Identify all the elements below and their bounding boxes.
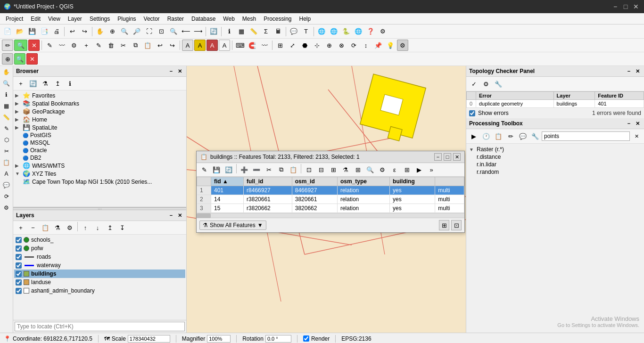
processing-item-rdistance[interactable]: r.distance [476,153,642,161]
attr-maximize-button[interactable]: □ [444,153,451,161]
layer-check-waterway[interactable] [16,262,22,269]
refresh-button[interactable]: 🔄 [208,26,219,37]
layer-options-button[interactable]: ⚙ [64,222,75,233]
maximize-button[interactable]: □ [621,2,630,11]
pan-to-selection-button[interactable]: ⊕ [107,26,118,37]
close-button[interactable]: ✕ [632,2,640,11]
processing-search-clear-button[interactable]: ✕ [631,131,642,142]
label-button[interactable]: 💬 [288,26,299,37]
measure-tool[interactable]: 📏 [1,112,12,122]
actions-button[interactable]: ▶ [413,164,425,175]
menu-layer[interactable]: Layer [64,15,86,23]
browser-collapse-all-button[interactable]: ↥ [52,78,63,89]
column-button[interactable]: ⊞ [401,164,413,175]
processing-help-button[interactable]: 💬 [517,131,528,142]
split[interactable]: ⊗ [336,40,347,51]
add-layer-button[interactable]: + [15,222,26,233]
browser-add-button[interactable]: + [15,78,26,89]
color-picker2[interactable]: A [206,40,218,51]
menu-web[interactable]: Web [219,15,238,23]
save-project-button[interactable]: 💾 [26,26,38,37]
attr-minimize-button[interactable]: − [434,153,442,161]
expand-all-layers-button[interactable]: ↧ [116,222,128,233]
col-building[interactable]: building [390,177,435,186]
deselect-button[interactable]: ⊞ [328,164,339,175]
remove-layer-button[interactable]: − [27,222,39,233]
simplify[interactable]: ⊹ [311,40,322,51]
advanced-digitize[interactable]: ⊞ [274,40,286,51]
save-edits-button[interactable]: 💾 [211,164,222,175]
open-table-button[interactable]: 🌐 [316,26,327,37]
layer-check-roads[interactable] [16,254,22,260]
reshape[interactable]: ⤢ [287,40,298,51]
print-button[interactable]: 🖨 [51,26,62,37]
menu-mesh[interactable]: Mesh [239,15,260,23]
menu-vector[interactable]: Vector [140,15,164,23]
layers-collapse-button[interactable]: − [167,212,175,219]
select-all-button[interactable]: ⊡ [303,164,314,175]
browser-close-button[interactable]: ✕ [176,67,183,75]
calculator-button[interactable]: 🖩 [272,26,284,37]
draw-line[interactable]: 〰 [56,40,67,51]
move-selection-button[interactable]: ⊞ [352,164,363,175]
digitize-toggle[interactable]: ✏ [2,40,13,51]
layer-item-waterway[interactable]: waterway [14,261,185,270]
select-button[interactable]: ▦ [236,26,247,37]
statistical-button[interactable]: Σ [260,26,272,37]
tree-item-home[interactable]: ▶ 🏠 Home [14,115,185,123]
table-row[interactable]: 3 15 r3820662 3820662 relation yes multi [197,204,464,213]
merge[interactable]: ⊕ [323,40,335,51]
menu-plugins[interactable]: Plugins [114,15,140,23]
processing-tree-raster[interactable]: ▼ Raster (r.*) [468,146,642,153]
browser-info-button[interactable]: ℹ [64,78,75,89]
processing-close-button[interactable]: ✕ [634,120,641,127]
settings-tool[interactable]: ⚙ [1,203,12,213]
redo-edit[interactable]: ↪ [166,40,178,51]
edit-mode-button[interactable]: ✎ [198,164,210,175]
plugin-button[interactable]: 🌐 [353,26,364,37]
layer-item-buildings[interactable]: buildings [14,270,185,278]
identify-button[interactable]: ℹ [223,26,235,37]
scale-input[interactable] [128,335,170,343]
cut-feature[interactable]: ✂ [117,40,129,51]
topo-close-button[interactable]: ✕ [634,67,641,75]
zoom-selection-button[interactable]: ⊡ [156,26,167,37]
layer-check-landuse[interactable] [16,279,22,286]
label-tool[interactable]: A [182,40,193,51]
tree-item-geopackage[interactable]: ▶ 📦 GeoPackage [14,107,185,115]
show-all-features-button[interactable]: ⚗ Show All Features ▼ [199,220,266,230]
add-row-button[interactable]: ➕ [239,164,250,175]
processing-item-rinlidar[interactable]: r.in.lidar [476,161,642,168]
filter-button[interactable]: ⚗ [340,164,351,175]
layer-item-landuse[interactable]: landuse [14,278,185,286]
move-up-button[interactable]: ↑ [80,222,91,233]
processing-collapse-button[interactable]: − [625,120,633,127]
map-tips[interactable]: 💡 [385,40,396,51]
tree-item-wms[interactable]: ▶ 🌐 WMS/WMTS [14,162,185,170]
annotation-tool[interactable]: 💬 [1,180,12,190]
form-tool[interactable]: 📋 [1,157,12,168]
paste-row-button[interactable]: 📋 [288,164,299,175]
col-extra[interactable] [435,177,464,186]
pin[interactable]: 📌 [372,40,384,51]
processing-edit-button[interactable]: ✏ [505,131,516,142]
processing-history-button[interactable]: 🕐 [480,131,492,142]
settings2-button[interactable]: ⚙ [377,26,388,37]
tree-item-favorites[interactable]: ▶ ⭐ Favorites [14,91,185,99]
pan-button[interactable]: ✋ [94,26,106,37]
draw-tool[interactable]: ✎ [1,123,12,134]
pan-tool[interactable]: ✋ [1,67,12,77]
layer-check-schools[interactable] [16,237,22,243]
label-tool2[interactable]: A [1,169,12,179]
tree-item-postgis[interactable]: 🔵 PostGIS [14,131,185,139]
color-picker[interactable]: A [194,40,206,51]
redo-button[interactable]: ↪ [79,26,90,37]
undo-button[interactable]: ↩ [66,26,78,37]
errors-button[interactable]: ✕ [28,40,40,51]
tree-item-mssql[interactable]: 🔵 MSSQL [14,139,185,147]
invert-selection-button[interactable]: ⊟ [315,164,327,175]
tree-item-spatialite[interactable]: ▶ 💾 SpatiaLite [14,123,185,131]
collapse-all-layers-button[interactable]: ↥ [104,222,116,233]
copy-row-button[interactable]: ⧉ [275,164,287,175]
tree-item-spatial-bookmarks[interactable]: ▶ 📚 Spatial Bookmarks [14,99,185,107]
